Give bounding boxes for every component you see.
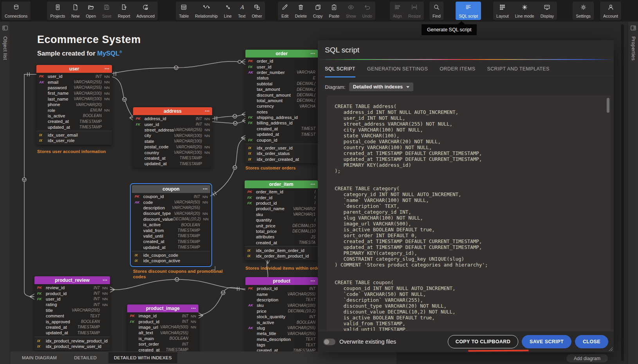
diagram-tab-detailed-with-indexes[interactable]: DETAILED WITH INDEXES [108,352,177,363]
display-icon [543,4,551,13]
canvas-vertical-scrollbar[interactable] [621,24,624,361]
close-button[interactable]: CLOSE [575,335,608,348]
table-column: created_atTIMESTAMP [132,239,210,244]
add-diagram-button[interactable]: Add diagram [566,354,608,362]
sql-code-area[interactable]: CREATE TABLE address( address_id INT NOT… [327,96,611,331]
object-list-panel-toggle[interactable]: Object list [0,22,10,364]
toolbar-button-relationship[interactable]: Relationship [192,2,221,20]
toolbar-button-other[interactable]: Other [249,2,265,20]
key-badge: FK [136,123,144,126]
table-menu-icon[interactable]: ••• [103,276,108,284]
toolbar-button-sql-script[interactable]: SQL script [456,2,481,20]
table-coupon[interactable]: coupon•••PKcoupon_idINTNNAKcodeVARCHAR(5… [132,185,210,265]
table-product_image[interactable]: product_image•••PKimage_idINTNNFKproduct… [127,305,198,353]
dialog-tab-generation-settings[interactable]: GENERATION SETTINGS [367,60,428,77]
table-address[interactable]: address•••PKaddress_idINTNNFKuser_idINTN… [133,107,212,168]
table-menu-icon[interactable]: ••• [203,185,208,193]
diagram-tab-bar: MAIN DIAGRAMDETAILEDDETAILED WITH INDEXE… [10,351,396,364]
dialog-tab-sql-script[interactable]: SQL SCRIPT [325,60,355,77]
diagram-tab-main-diagram[interactable]: MAIN DIAGRAM [16,352,62,363]
toolbar-button-copy[interactable]: Copy [310,2,326,20]
table-column: PKuser_idINTNN [36,74,112,79]
table-header[interactable]: product_review••• [34,276,110,284]
key-badge: PK [136,117,144,121]
toolbar-button-open[interactable]: Open [83,2,99,20]
table-header[interactable]: order_item••• [245,180,318,188]
dialog-tab-script-and-templates[interactable]: SCRIPT AND TEMPLATES [487,60,549,77]
toolbar-button-layout[interactable]: Layout [493,2,512,20]
table-menu-icon[interactable]: ••• [205,107,210,115]
table-menu-icon[interactable]: ••• [311,50,315,58]
column-name: user_id [48,74,62,79]
toolbar-button-account[interactable]: Account [600,2,621,20]
toolbar-button-align: Align [390,2,405,20]
table-caption: Stores customer orders [245,165,296,171]
column-type: VARCHAR(20) [60,103,102,107]
table-menu-icon[interactable]: ••• [191,305,196,312]
column-type: VARCHAR(100) [159,150,202,155]
toolbar-button-label: Delete [295,14,306,18]
table-column: nameVARCHAR(255) [245,291,318,297]
toolbar-button-new[interactable]: New [68,2,83,20]
toolbar-button-text[interactable]: AText [235,2,249,20]
overwrite-toggle[interactable] [323,339,335,345]
toolbar-button-projects[interactable]: Projects [47,2,68,20]
code-scrollbar-thumb[interactable] [607,98,609,113]
toolbar-button-report[interactable]: Report [115,2,133,20]
column-type: E [269,76,315,80]
table-column: quantityI [245,217,318,223]
table-order[interactable]: order•••PKorder_idFKuser_idAKorder_numbe… [245,50,318,163]
table-indexes: IXidx_user_emailIXidx_user_role [36,131,112,145]
column-type: VARCHAR(255) [276,332,315,336]
dialog-footer: Overwrite existing files COPY TO CLIPBOA… [318,331,614,352]
table-header[interactable]: coupon••• [132,185,210,193]
toolbar-button-delete[interactable]: Delete [292,2,310,20]
column-name: user_id [46,297,60,301]
toolbar-button-label: Line [224,14,232,18]
properties-panel-toggle[interactable]: Properties [628,22,638,364]
align-icon [394,4,401,13]
table-product_review[interactable]: product_review•••PKreview_idINTNNFKprodu… [34,276,110,350]
table-column: passwordVARCHAR(255)NN [36,85,112,90]
column-type: TIMESTAMP [67,325,100,329]
table-column: AKemailVARCHAR(255)NN [36,79,112,85]
column-name: valid_until [143,234,163,238]
toolbar-button-edit[interactable]: Edit [278,2,292,20]
diagram-tab-detailed[interactable]: DETAILED [68,352,102,363]
column-type: INT [67,291,100,296]
column-name: created_at [143,239,164,244]
table-header[interactable]: order••• [245,50,318,58]
toolbar-button-connections[interactable]: Connections [2,2,31,20]
table-user[interactable]: user•••PKuser_idINTNNAKemailVARCHAR(255)… [36,65,112,145]
table-order_item[interactable]: order_item•••PKorder_item_idIFKorder_idI… [245,180,318,260]
paste-icon [330,4,338,13]
column-type: TEXT [278,297,315,302]
table-menu-icon[interactable]: ••• [311,277,315,285]
toolbar-button-paste[interactable]: Paste [326,2,342,20]
table-column: updated_atTIMESTAMP [34,330,110,335]
table-header[interactable]: product••• [245,277,318,285]
table-menu-icon[interactable]: ••• [105,65,110,73]
toolbar-button-find[interactable]: Find [429,2,443,20]
toolbar-button-table[interactable]: Table [176,2,192,20]
column-type: DECIMAL( [283,98,315,103]
toolbar-button-line[interactable]: Line [221,2,235,20]
save-script-button[interactable]: SAVE SCRIPT [522,335,571,348]
diagram-select-dropdown[interactable]: Detailed with indexes [349,83,413,91]
toolbar-button-line-mode[interactable]: Line mode [512,2,537,20]
copy-to-clipboard-button[interactable]: COPY TO CLIPBOARD [448,335,518,348]
toolbar-button-label: Layout [496,14,509,18]
toolbar-button-display[interactable]: Display [537,2,557,20]
dialog-tab-order-items[interactable]: ORDER ITEMS [440,60,475,77]
table-menu-icon[interactable]: ••• [311,180,315,188]
toolbar-button-settings[interactable]: Settings [573,2,594,20]
toolbar-button-advanced[interactable]: Advanced [133,2,158,20]
table-header[interactable]: user••• [36,65,112,73]
table-header[interactable]: product_image••• [127,305,198,312]
table-header[interactable]: address••• [133,107,212,115]
table-product[interactable]: product•••PKproduct_idINTnameVARCHAR(255… [245,277,318,354]
column-type: VARCHAR(255) [153,331,188,335]
table-caption: Stores discount coupons and promotionalc… [133,268,223,279]
toolbar-button-label: Find [433,14,440,18]
toolbar-group: EditDeleteCopyPasteShowUndo [278,2,375,20]
